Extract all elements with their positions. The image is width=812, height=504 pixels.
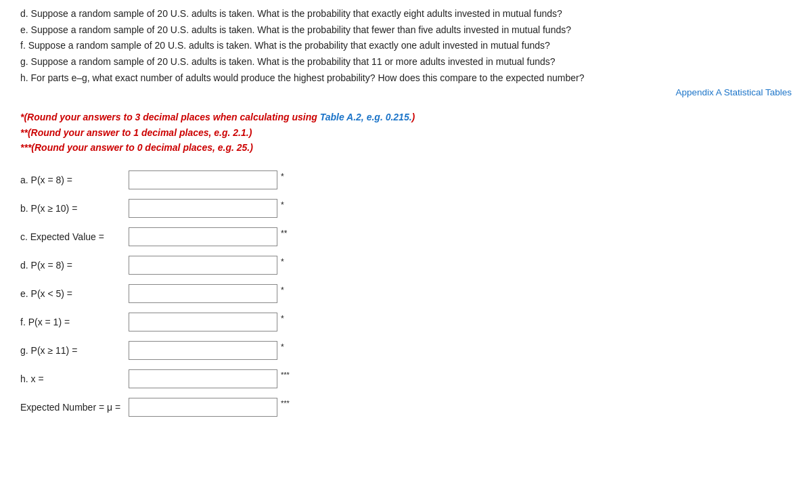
note-3: ***(Round your answer to 0 decimal place… — [20, 140, 792, 155]
note-2: **(Round your answer to 1 decimal places… — [20, 125, 792, 140]
label-d: d. P(x = 8) = — [20, 260, 129, 271]
input-g[interactable] — [129, 341, 277, 360]
form-row-h: h. x = *** — [20, 369, 792, 388]
note-1: *(Round your answers to 3 decimal places… — [20, 110, 792, 124]
input-e[interactable] — [129, 284, 277, 303]
label-e: e. P(x < 5) = — [20, 288, 129, 299]
asterisk-h: *** — [281, 371, 290, 379]
problem-line-g: g. Suppose a random sample of 20 U.S. ad… — [20, 55, 792, 70]
form-row-e: e. P(x < 5) = * — [20, 284, 792, 303]
problem-line-d: d. Suppose a random sample of 20 U.S. ad… — [20, 7, 792, 22]
table-ref[interactable]: Table A.2, e.g. 0.215. — [320, 112, 412, 122]
problem-line-e: e. Suppose a random sample of 20 U.S. ad… — [20, 23, 792, 38]
asterisk-expected: *** — [281, 399, 290, 407]
asterisk-d: * — [281, 257, 284, 267]
form-row-b: b. P(x ≥ 10) = * — [20, 199, 792, 218]
asterisk-f: * — [281, 314, 284, 323]
problem-line-f: f. Suppose a random sample of 20 U.S. ad… — [20, 39, 792, 53]
label-a: a. P(x = 8) = — [20, 175, 129, 185]
form-row-expected: Expected Number = μ = *** — [20, 398, 792, 417]
label-h: h. x = — [20, 373, 129, 384]
input-d[interactable] — [129, 256, 277, 275]
form-section: a. P(x = 8) = * b. P(x ≥ 10) = * c. Expe… — [20, 170, 792, 417]
form-row-f: f. P(x = 1) = * — [20, 313, 792, 331]
input-f[interactable] — [129, 313, 277, 331]
input-b[interactable] — [129, 199, 277, 218]
label-c: c. Expected Value = — [20, 231, 129, 242]
appendix-link[interactable]: Appendix A Statistical Tables — [675, 87, 792, 97]
notes-section: *(Round your answers to 3 decimal places… — [20, 110, 792, 155]
input-a[interactable] — [129, 170, 277, 189]
form-row-g: g. P(x ≥ 11) = * — [20, 341, 792, 360]
label-f: f. P(x = 1) = — [20, 317, 129, 327]
appendix-link-row: Appendix A Statistical Tables — [20, 87, 792, 97]
asterisk-e: * — [281, 285, 284, 295]
problem-line-h: h. For parts e–g, what exact number of a… — [20, 71, 792, 86]
form-row-d: d. P(x = 8) = * — [20, 256, 792, 275]
input-expected[interactable] — [129, 398, 277, 417]
label-b: b. P(x ≥ 10) = — [20, 203, 129, 214]
input-h[interactable] — [129, 369, 277, 388]
form-row-a: a. P(x = 8) = * — [20, 170, 792, 189]
asterisk-b: * — [281, 200, 284, 210]
label-g: g. P(x ≥ 11) = — [20, 345, 129, 356]
asterisk-c: ** — [281, 229, 287, 238]
page-container: d. Suppose a random sample of 20 U.S. ad… — [0, 0, 812, 440]
form-row-c: c. Expected Value = ** — [20, 227, 792, 246]
label-expected: Expected Number = μ = — [20, 402, 129, 413]
asterisk-g: * — [281, 342, 284, 352]
asterisk-a: * — [281, 172, 284, 181]
input-c[interactable] — [129, 227, 277, 246]
